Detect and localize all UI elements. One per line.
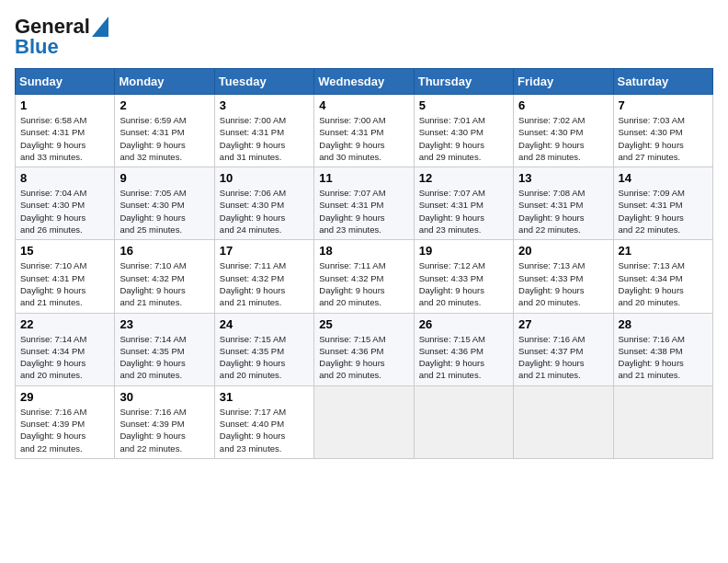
day-info: Sunrise: 7:02 AM Sunset: 4:30 PM Dayligh… [518,114,608,163]
calendar-day-7: 7Sunrise: 7:03 AM Sunset: 4:30 PM Daylig… [613,95,712,167]
day-info: Sunrise: 7:00 AM Sunset: 4:31 PM Dayligh… [319,114,408,163]
calendar-day-1: 1Sunrise: 6:58 AM Sunset: 4:31 PM Daylig… [16,95,115,167]
day-number: 28 [619,317,708,331]
day-number: 2 [119,98,209,112]
day-number: 4 [319,98,408,112]
day-number: 7 [619,98,708,112]
day-number: 25 [319,317,408,331]
day-info: Sunrise: 7:16 AM Sunset: 4:39 PM Dayligh… [20,406,109,454]
calendar-week-row: 8Sunrise: 7:04 AM Sunset: 4:30 PM Daylig… [16,167,713,240]
calendar-week-row: 29Sunrise: 7:16 AM Sunset: 4:39 PM Dayli… [16,385,713,458]
day-info: Sunrise: 7:10 AM Sunset: 4:31 PM Dayligh… [20,259,109,308]
weekday-header-tuesday: Tuesday [214,69,313,95]
day-info: Sunrise: 7:13 AM Sunset: 4:34 PM Dayligh… [619,259,708,308]
day-number: 30 [119,390,209,404]
calendar-day-24: 24Sunrise: 7:15 AM Sunset: 4:35 PM Dayli… [214,313,313,385]
day-info: Sunrise: 7:16 AM Sunset: 4:38 PM Dayligh… [619,333,708,382]
day-info: Sunrise: 7:11 AM Sunset: 4:32 PM Dayligh… [220,259,309,308]
day-number: 29 [20,390,109,404]
day-info: Sunrise: 7:08 AM Sunset: 4:31 PM Dayligh… [518,187,608,236]
day-number: 20 [518,244,608,258]
day-number: 3 [220,98,309,112]
day-info: Sunrise: 7:06 AM Sunset: 4:30 PM Dayligh… [220,187,309,236]
day-info: Sunrise: 7:00 AM Sunset: 4:31 PM Dayligh… [220,114,309,163]
day-number: 22 [20,317,109,331]
empty-cell [414,385,513,458]
day-info: Sunrise: 7:04 AM Sunset: 4:30 PM Dayligh… [20,187,109,236]
day-info: Sunrise: 7:14 AM Sunset: 4:34 PM Dayligh… [20,333,109,382]
calendar-day-12: 12Sunrise: 7:07 AM Sunset: 4:31 PM Dayli… [414,167,513,240]
calendar-day-26: 26Sunrise: 7:15 AM Sunset: 4:36 PM Dayli… [414,313,513,385]
svg-marker-0 [92,17,108,37]
day-number: 19 [419,244,508,258]
calendar-day-25: 25Sunrise: 7:15 AM Sunset: 4:36 PM Dayli… [314,313,414,385]
page-header: General Blue [15,15,713,59]
calendar-day-6: 6Sunrise: 7:02 AM Sunset: 4:30 PM Daylig… [514,95,613,167]
weekday-header-monday: Monday [115,69,214,95]
day-info: Sunrise: 7:09 AM Sunset: 4:31 PM Dayligh… [619,187,708,236]
logo-blue: Blue [15,35,59,59]
day-number: 31 [220,390,309,404]
day-info: Sunrise: 7:07 AM Sunset: 4:31 PM Dayligh… [319,187,408,236]
day-number: 12 [419,171,508,185]
day-info: Sunrise: 7:07 AM Sunset: 4:31 PM Dayligh… [419,187,508,236]
calendar-day-30: 30Sunrise: 7:16 AM Sunset: 4:39 PM Dayli… [115,385,214,458]
calendar-day-18: 18Sunrise: 7:11 AM Sunset: 4:32 PM Dayli… [314,240,414,313]
calendar-day-15: 15Sunrise: 7:10 AM Sunset: 4:31 PM Dayli… [16,240,115,313]
calendar-day-5: 5Sunrise: 7:01 AM Sunset: 4:30 PM Daylig… [414,95,513,167]
empty-cell [314,385,414,458]
day-number: 18 [319,244,408,258]
day-number: 10 [220,171,309,185]
calendar-day-2: 2Sunrise: 6:59 AM Sunset: 4:31 PM Daylig… [115,95,214,167]
day-info: Sunrise: 7:16 AM Sunset: 4:37 PM Dayligh… [518,333,608,382]
day-number: 5 [419,98,508,112]
calendar-day-8: 8Sunrise: 7:04 AM Sunset: 4:30 PM Daylig… [16,167,115,240]
day-info: Sunrise: 7:15 AM Sunset: 4:35 PM Dayligh… [220,333,309,382]
calendar-day-17: 17Sunrise: 7:11 AM Sunset: 4:32 PM Dayli… [214,240,313,313]
day-number: 15 [20,244,109,258]
calendar-week-row: 15Sunrise: 7:10 AM Sunset: 4:31 PM Dayli… [16,240,713,313]
calendar-day-11: 11Sunrise: 7:07 AM Sunset: 4:31 PM Dayli… [314,167,414,240]
day-number: 11 [319,171,408,185]
day-number: 6 [518,98,608,112]
calendar-week-row: 22Sunrise: 7:14 AM Sunset: 4:34 PM Dayli… [16,313,713,385]
calendar-day-29: 29Sunrise: 7:16 AM Sunset: 4:39 PM Dayli… [16,385,115,458]
day-info: Sunrise: 6:58 AM Sunset: 4:31 PM Dayligh… [20,114,109,163]
calendar-day-10: 10Sunrise: 7:06 AM Sunset: 4:30 PM Dayli… [214,167,313,240]
day-number: 17 [220,244,309,258]
calendar-day-4: 4Sunrise: 7:00 AM Sunset: 4:31 PM Daylig… [314,95,414,167]
day-number: 24 [220,317,309,331]
weekday-header-saturday: Saturday [613,69,712,95]
empty-cell [514,385,613,458]
weekday-header-wednesday: Wednesday [314,69,414,95]
day-info: Sunrise: 7:05 AM Sunset: 4:30 PM Dayligh… [119,187,209,236]
day-info: Sunrise: 7:17 AM Sunset: 4:40 PM Dayligh… [220,406,309,454]
day-number: 14 [619,171,708,185]
weekday-header-row: SundayMondayTuesdayWednesdayThursdayFrid… [16,69,713,95]
day-info: Sunrise: 7:11 AM Sunset: 4:32 PM Dayligh… [319,259,408,308]
calendar-week-row: 1Sunrise: 6:58 AM Sunset: 4:31 PM Daylig… [16,95,713,167]
day-info: Sunrise: 7:16 AM Sunset: 4:39 PM Dayligh… [119,406,209,454]
day-number: 26 [419,317,508,331]
calendar-day-22: 22Sunrise: 7:14 AM Sunset: 4:34 PM Dayli… [16,313,115,385]
empty-cell [613,385,712,458]
calendar-day-3: 3Sunrise: 7:00 AM Sunset: 4:31 PM Daylig… [214,95,313,167]
day-number: 1 [20,98,109,112]
calendar-day-16: 16Sunrise: 7:10 AM Sunset: 4:32 PM Dayli… [115,240,214,313]
day-number: 9 [119,171,209,185]
day-number: 13 [518,171,608,185]
day-info: Sunrise: 7:15 AM Sunset: 4:36 PM Dayligh… [319,333,408,382]
day-number: 8 [20,171,109,185]
day-info: Sunrise: 7:10 AM Sunset: 4:32 PM Dayligh… [119,259,209,308]
weekday-header-thursday: Thursday [414,69,513,95]
logo-icon [92,17,108,37]
calendar-day-19: 19Sunrise: 7:12 AM Sunset: 4:33 PM Dayli… [414,240,513,313]
day-info: Sunrise: 7:13 AM Sunset: 4:33 PM Dayligh… [518,259,608,308]
weekday-header-sunday: Sunday [16,69,115,95]
day-number: 27 [518,317,608,331]
calendar-day-20: 20Sunrise: 7:13 AM Sunset: 4:33 PM Dayli… [514,240,613,313]
calendar-day-21: 21Sunrise: 7:13 AM Sunset: 4:34 PM Dayli… [613,240,712,313]
logo: General Blue [15,15,108,59]
calendar-day-27: 27Sunrise: 7:16 AM Sunset: 4:37 PM Dayli… [514,313,613,385]
day-number: 16 [119,244,209,258]
